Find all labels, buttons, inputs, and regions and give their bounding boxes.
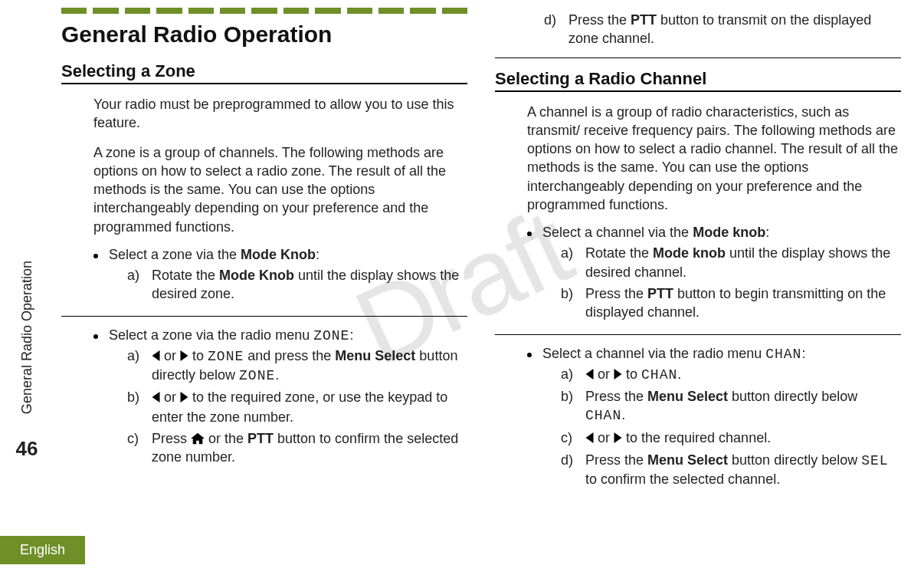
bold: Menu Select bbox=[647, 452, 728, 468]
bullet-text: Select a channel via the Mode knob: a) R… bbox=[542, 225, 901, 324]
bold: PTT bbox=[647, 286, 673, 301]
text: or bbox=[594, 366, 614, 382]
step-a: a) or to CHAN. bbox=[561, 365, 901, 384]
step-a: a) Rotate the Mode Knob until the displa… bbox=[127, 266, 467, 304]
step-text: or to the required channel. bbox=[585, 429, 901, 448]
step-b: b) Press the Menu Select button directly… bbox=[561, 387, 901, 426]
step-d: d) Press the PTT button to transmit on t… bbox=[544, 11, 901, 48]
svg-marker-1 bbox=[181, 350, 188, 361]
text: or bbox=[160, 389, 180, 405]
dash bbox=[410, 8, 435, 14]
step-label: b) bbox=[561, 387, 579, 426]
text: Press the bbox=[585, 452, 647, 468]
right-arrow-icon bbox=[180, 347, 188, 366]
bold: Mode Knob bbox=[219, 268, 294, 283]
left-arrow-icon bbox=[152, 389, 160, 407]
text: or bbox=[160, 348, 180, 363]
text: Select a zone via the radio menu bbox=[109, 327, 313, 343]
divider bbox=[495, 334, 901, 335]
bold: Menu Select bbox=[647, 389, 728, 404]
left-arrow-icon bbox=[152, 347, 160, 366]
text: . bbox=[677, 366, 681, 382]
text: : bbox=[316, 247, 319, 262]
step-b: b) or to the required zone, or use the k… bbox=[127, 388, 467, 426]
zone-body: Your radio must be preprogrammed to allo… bbox=[61, 95, 467, 307]
dash bbox=[442, 8, 467, 14]
svg-marker-3 bbox=[181, 392, 188, 402]
page-title: General Radio Operation bbox=[61, 21, 467, 48]
text: or bbox=[594, 430, 614, 445]
language-tag: English bbox=[0, 536, 85, 564]
text: to the required zone, or use the keypad … bbox=[152, 389, 447, 424]
right-column: d) Press the PTT button to transmit on t… bbox=[495, 8, 901, 575]
step-label: a) bbox=[127, 266, 146, 304]
step-text: Press the PTT button to transmit on the … bbox=[568, 11, 901, 48]
left-arrow-icon bbox=[585, 429, 594, 448]
left-arrow-icon bbox=[585, 366, 594, 384]
text: to the required channel. bbox=[622, 430, 771, 445]
bullet-icon bbox=[527, 353, 532, 357]
step-text: or to the required zone, or use the keyp… bbox=[152, 388, 467, 426]
channel-method-modeknob: Select a channel via the Mode knob: a) R… bbox=[527, 225, 901, 324]
page: General Radio Operation 46 English Gener bbox=[0, 0, 924, 575]
text: Press the bbox=[585, 286, 647, 301]
mono: CHAN bbox=[641, 367, 677, 383]
step-label: a) bbox=[561, 365, 579, 384]
step-text: Rotate the Mode Knob until the display s… bbox=[152, 266, 467, 304]
text: to bbox=[622, 366, 641, 382]
bullet-icon bbox=[93, 254, 98, 258]
text: Select a channel via the radio menu bbox=[542, 346, 765, 361]
mono: SEL bbox=[861, 453, 888, 468]
cont-steps: d) Press the PTT button to transmit on t… bbox=[495, 11, 901, 48]
mono: ZONE bbox=[313, 328, 349, 343]
zone-method-menu: Select a zone via the radio menu ZONE: a… bbox=[93, 327, 467, 470]
step-text: or to ZONE and press the Menu Select but… bbox=[152, 347, 467, 386]
step-label: d) bbox=[544, 11, 562, 48]
svg-marker-0 bbox=[152, 350, 160, 361]
mono: CHAN bbox=[585, 408, 621, 423]
text: Press bbox=[152, 431, 191, 446]
svg-marker-6 bbox=[614, 369, 622, 380]
bullet-text: Select a zone via the Mode Knob: a) Rota… bbox=[109, 247, 467, 307]
dash bbox=[347, 8, 372, 14]
text: button directly below bbox=[728, 389, 857, 404]
step-d: d) Press the Menu Select button directly… bbox=[561, 451, 901, 489]
bullet-text: Select a zone via the radio menu ZONE: a… bbox=[109, 327, 467, 470]
svg-marker-5 bbox=[586, 369, 594, 380]
text: . bbox=[275, 367, 279, 383]
page-number: 46 bbox=[16, 437, 38, 461]
channel-method-menu: Select a channel via the radio menu CHAN… bbox=[527, 346, 901, 492]
svg-marker-8 bbox=[614, 432, 622, 443]
bold: Mode knob bbox=[693, 225, 765, 240]
zone-intro-2: A zone is a group of channels. The follo… bbox=[93, 143, 467, 236]
bold: Mode knob bbox=[653, 245, 726, 261]
bold: Mode Knob bbox=[241, 247, 316, 262]
text: and press the bbox=[244, 348, 335, 363]
text: to confirm the selected channel. bbox=[585, 472, 780, 487]
zone-menu-body: Select a zone via the radio menu ZONE: a… bbox=[61, 327, 467, 470]
dash bbox=[220, 8, 245, 14]
bullet-icon bbox=[93, 334, 98, 339]
section-heading-zone: Selecting a Zone bbox=[61, 61, 467, 84]
dash bbox=[251, 8, 277, 14]
step-text: Rotate the Mode knob until the display s… bbox=[585, 244, 901, 281]
right-arrow-icon bbox=[614, 366, 622, 384]
step-text: Press the PTT button to begin transmitti… bbox=[585, 284, 901, 322]
header-dashes bbox=[61, 8, 467, 14]
text: Select a zone via the bbox=[109, 247, 241, 262]
channel-body: A channel is a group of radio characteri… bbox=[495, 103, 901, 325]
svg-marker-7 bbox=[586, 432, 594, 443]
mono: ZONE bbox=[208, 349, 244, 364]
step-a: a) or to ZONE and press the Menu Select … bbox=[127, 347, 467, 386]
section-heading-channel: Selecting a Radio Channel bbox=[495, 69, 901, 92]
text: to bbox=[188, 348, 208, 363]
svg-marker-4 bbox=[191, 433, 205, 444]
step-label: b) bbox=[127, 388, 146, 426]
dash bbox=[283, 8, 309, 14]
dash bbox=[315, 8, 340, 14]
mono: ZONE bbox=[239, 368, 275, 383]
text: : bbox=[801, 346, 805, 361]
text: : bbox=[765, 225, 769, 240]
text: Press the bbox=[568, 12, 631, 28]
dash bbox=[378, 8, 404, 14]
